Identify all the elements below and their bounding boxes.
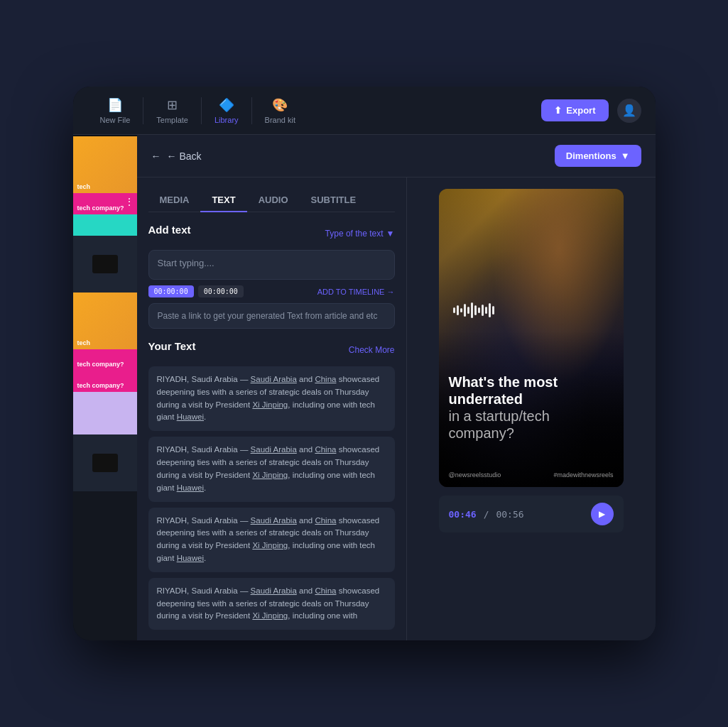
- wave-bar: [489, 303, 491, 317]
- sidebar-card-yellow[interactable]: tech: [73, 136, 137, 193]
- thumbnail-icon2: [92, 454, 118, 472]
- wave-bar: [474, 305, 477, 315]
- link-saudi-arabia-3[interactable]: Saudi Arabia: [251, 516, 297, 525]
- back-label: ← Back: [167, 151, 202, 162]
- video-text-overlay: What's the most underrated in a startup/…: [449, 373, 614, 444]
- app-window: 📄 New File ⊞ Template 🔷 Library 🎨 Brand …: [73, 87, 656, 640]
- link-xi-2[interactable]: Xi Jinping: [252, 471, 288, 479]
- paste-placeholder: Paste a link to get your generated Text …: [158, 311, 378, 321]
- link-china-1[interactable]: China: [315, 375, 336, 383]
- link-xi-1[interactable]: Xi Jinping: [252, 400, 288, 409]
- nav-item-brand-kit[interactable]: 🎨 Brand kit: [252, 97, 308, 124]
- thumbnail-icon: [92, 255, 118, 273]
- right-panel: What's the most underrated in a startup/…: [407, 177, 656, 640]
- sidebar-label-pink: tech company?: [77, 204, 124, 212]
- time-end-badge[interactable]: 00:00:00: [198, 285, 244, 297]
- wave-bar: [460, 308, 462, 312]
- video-watermarks: @newsreelsstudio #madewithnewsreels: [449, 471, 614, 479]
- tabs-row: MEDIA TEXT AUDIO SUBTITLE: [148, 189, 395, 212]
- sidebar-card-dark2[interactable]: [73, 434, 137, 491]
- headline-normal: in a startup/tech company?: [449, 408, 550, 441]
- time-separator: /: [484, 509, 489, 520]
- sidebar-card-pink3[interactable]: tech company?: [73, 371, 137, 392]
- waveform: [453, 302, 494, 318]
- nav-items: 📄 New File ⊞ Template 🔷 Library 🎨 Brand …: [87, 97, 542, 124]
- text-input[interactable]: Start typing....: [148, 250, 395, 280]
- article-card-2[interactable]: RIYADH, Saudi Arabia — Saudi Arabia and …: [148, 437, 395, 501]
- nav-item-new-file[interactable]: 📄 New File: [87, 97, 144, 124]
- new-file-icon: 📄: [107, 97, 123, 113]
- avatar-icon: 👤: [622, 104, 636, 117]
- top-navigation: 📄 New File ⊞ Template 🔷 Library 🎨 Brand …: [73, 87, 656, 135]
- add-text-header: Add text Type of the text ▼: [148, 224, 395, 243]
- type-dropdown-icon: ▼: [386, 229, 395, 239]
- nav-item-template[interactable]: ⊞ Template: [143, 97, 202, 124]
- paste-link-input[interactable]: Paste a link to get your generated Text …: [148, 303, 395, 329]
- wave-bar: [467, 307, 469, 314]
- avatar[interactable]: 👤: [617, 99, 641, 123]
- tab-text[interactable]: TEXT: [200, 189, 246, 212]
- link-xi-4[interactable]: Xi Jinping: [252, 611, 288, 620]
- three-dot-icon[interactable]: ⋮: [124, 196, 134, 207]
- export-label: Export: [566, 105, 595, 116]
- nav-label-library: Library: [214, 116, 239, 124]
- sidebar-label-tech2: tech: [77, 339, 91, 346]
- wave-bar: [457, 305, 459, 315]
- tab-subtitle[interactable]: SUBTITLE: [300, 189, 368, 212]
- wave-bar: [482, 305, 484, 316]
- link-saudi-arabia-1[interactable]: Saudi Arabia: [251, 375, 297, 383]
- add-to-timeline-btn[interactable]: ADD TO TIMELINE →: [317, 288, 395, 296]
- sidebar-card-dark1[interactable]: [73, 236, 137, 293]
- sidebar-card-yellow2[interactable]: tech: [73, 293, 137, 349]
- brand-kit-icon: 🎨: [272, 97, 288, 113]
- type-of-text-label: Type of the text: [325, 229, 384, 239]
- nav-label-brand-kit: Brand kit: [265, 116, 295, 124]
- wave-bar: [464, 304, 466, 317]
- nav-label-template: Template: [156, 116, 188, 124]
- video-preview: What's the most underrated in a startup/…: [439, 189, 624, 487]
- link-saudi-arabia-4[interactable]: Saudi Arabia: [251, 586, 297, 595]
- export-button[interactable]: ⬆ Export: [541, 99, 608, 121]
- dimensions-label: Dimentions: [566, 151, 616, 161]
- timeline-badges: 00:00:00 00:00:00: [148, 285, 244, 297]
- tab-audio[interactable]: AUDIO: [247, 189, 300, 212]
- tab-media[interactable]: MEDIA: [148, 189, 201, 212]
- sidebar-strip: tech ⋮ tech company? tech tech company? …: [73, 136, 137, 640]
- sidebar-card-pink2[interactable]: tech company?: [73, 349, 137, 371]
- add-text-title: Add text: [148, 224, 191, 236]
- wave-bar: [478, 307, 480, 313]
- type-of-text-btn[interactable]: Type of the text ▼: [325, 229, 395, 239]
- text-placeholder: Start typing....: [158, 258, 214, 268]
- article-card-3[interactable]: RIYADH, Saudi Arabia — Saudi Arabia and …: [148, 508, 395, 572]
- total-time: 00:56: [496, 509, 523, 520]
- play-button[interactable]: ▶: [591, 503, 614, 525]
- link-china-3[interactable]: China: [315, 516, 336, 525]
- sidebar-card-teal[interactable]: [73, 214, 137, 236]
- video-headline: What's the most underrated in a startup/…: [449, 373, 614, 442]
- link-xi-3[interactable]: Xi Jinping: [252, 541, 288, 550]
- sidebar-label-tech: tech: [77, 183, 91, 190]
- sidebar-card-pink[interactable]: ⋮ tech company?: [73, 193, 137, 214]
- watermark-left: @newsreelsstudio: [449, 471, 501, 479]
- wave-bar: [453, 307, 455, 313]
- link-saudi-arabia-2[interactable]: Saudi Arabia: [251, 445, 297, 454]
- article-card-1[interactable]: RIYADH, Saudi Arabia — Saudi Arabia and …: [148, 366, 395, 431]
- content-split: MEDIA TEXT AUDIO SUBTITLE Add text Type …: [137, 177, 656, 640]
- article-card-4[interactable]: RIYADH, Saudi Arabia — Saudi Arabia and …: [148, 578, 395, 630]
- time-start-badge[interactable]: 00:00:00: [148, 285, 194, 297]
- link-huawei-1[interactable]: Huawei: [177, 412, 204, 421]
- headline-bold: What's the most underrated: [449, 374, 558, 407]
- link-huawei-2[interactable]: Huawei: [177, 483, 204, 492]
- check-more-btn[interactable]: Check More: [349, 345, 395, 355]
- link-china-4[interactable]: China: [315, 586, 336, 595]
- sidebar-card-lavender[interactable]: [73, 392, 137, 434]
- dimensions-button[interactable]: Dimentions ▼: [555, 145, 641, 167]
- wave-bar: [485, 307, 487, 314]
- link-huawei-3[interactable]: Huawei: [177, 554, 204, 562]
- nav-item-library[interactable]: 🔷 Library: [202, 97, 252, 124]
- wave-bar: [492, 306, 494, 315]
- nav-label-new-file: New File: [100, 116, 131, 124]
- back-button[interactable]: ← ← Back: [151, 151, 202, 162]
- main-area: ← ← Back Dimentions ▼ MEDIA TEXT AUDIO S…: [137, 135, 656, 640]
- link-china-2[interactable]: China: [315, 445, 336, 454]
